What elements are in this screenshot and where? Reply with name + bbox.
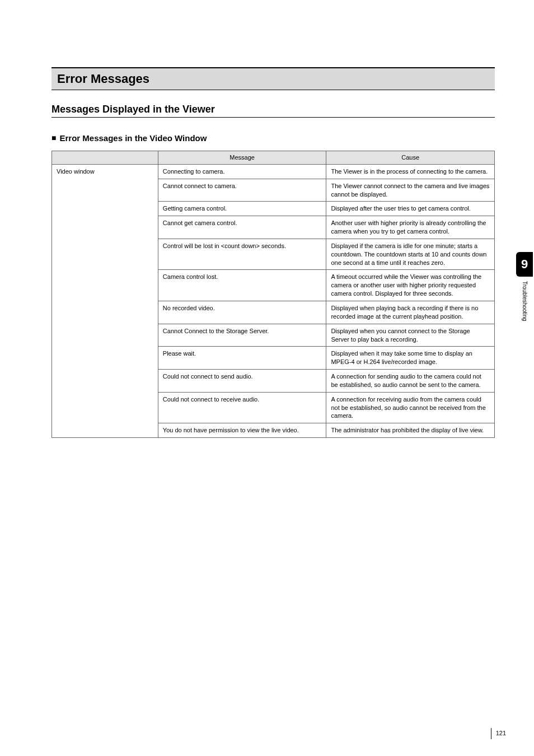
cause-cell: Displayed if the camera is idle for one … [326,239,495,270]
message-cell: You do not have permission to view the l… [158,423,326,438]
message-cell: Camera control lost. [158,270,326,301]
page-number: 121 [491,728,506,739]
side-tab: 9 Troubleshooting [515,252,534,321]
table-header-cause: Cause [326,151,495,165]
group-label-cell: Video window [52,164,158,437]
message-cell: Cannot connect to camera. [158,179,326,202]
page-number-bar-icon [491,728,491,739]
chapter-label: Troubleshooting [522,281,528,321]
cause-cell: A timeout occurred while the Viewer was … [326,270,495,301]
subsub-title: ■Error Messages in the Video Window [51,133,495,143]
message-cell: Cannot get camera control. [158,216,326,239]
cause-cell: A connection for receiving audio from th… [326,392,495,423]
cause-cell: Displayed when it may take some time to … [326,347,495,370]
subsection-title: Messages Displayed in the Viewer [51,104,495,118]
cause-cell: Displayed when you cannot connect to the… [326,324,495,347]
cause-cell: The Viewer is in the process of connecti… [326,164,495,179]
cause-cell: Displayed when playing back a recording … [326,301,495,324]
message-cell: Could not connect to send audio. [158,370,326,393]
message-cell: Could not connect to receive audio. [158,392,326,423]
page-number-text: 121 [496,730,506,736]
message-cell: Connecting to camera. [158,164,326,179]
cause-cell: The Viewer cannot connect to the camera … [326,179,495,202]
cause-cell: Another user with higher priority is alr… [326,216,495,239]
cause-cell: A connection for sending audio to the ca… [326,370,495,393]
table-header-blank [52,151,158,165]
message-cell: Control will be lost in <count down> sec… [158,239,326,270]
table-header-message: Message [158,151,326,165]
table-row: Video windowConnecting to camera.The Vie… [52,164,495,179]
message-cell: Please wait. [158,347,326,370]
cause-cell: The administrator has prohibited the dis… [326,423,495,438]
section-title: Error Messages [51,67,495,90]
subsub-title-text: Error Messages in the Video Window [59,133,207,143]
cause-cell: Displayed after the user tries to get ca… [326,202,495,216]
chapter-number-badge: 9 [516,252,533,277]
error-messages-table: Message Cause Video windowConnecting to … [51,151,495,438]
message-cell: Cannot Connect to the Storage Server. [158,324,326,347]
square-bullet-icon: ■ [51,133,56,142]
message-cell: No recorded video. [158,301,326,324]
message-cell: Getting camera control. [158,202,326,216]
